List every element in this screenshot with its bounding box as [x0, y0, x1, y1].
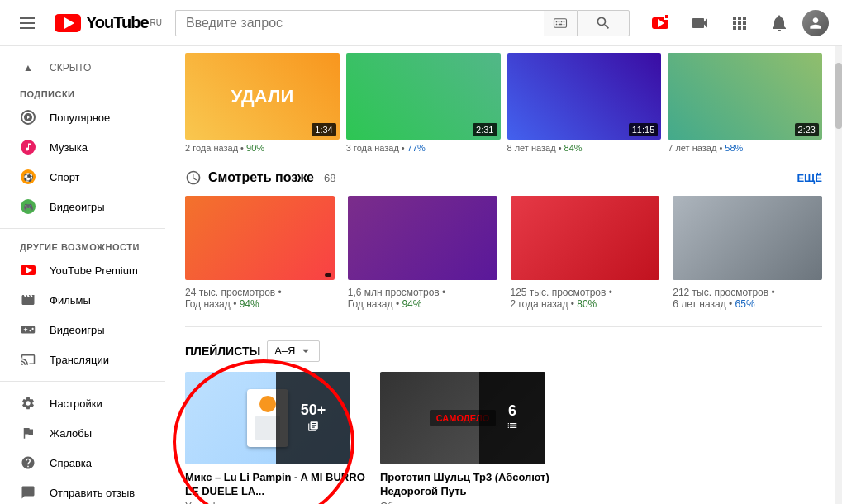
svg-rect-1	[556, 21, 558, 22]
playlist-card-2[interactable]: САМОДЕЛО 6 Прототип Шульц Тр3 (Абсолют) …	[380, 372, 562, 504]
notifications-icon[interactable]	[763, 7, 796, 40]
watch-later-thumb-3	[511, 196, 660, 280]
video-duration-2: 2:31	[473, 123, 497, 136]
sidebar-item-live[interactable]: Трансляции	[0, 345, 165, 374]
video-meta-top-3: 8 лет назад • 84%	[507, 143, 662, 153]
gamepad-icon	[20, 321, 36, 338]
sidebar-item-videogames[interactable]: Видеоигры	[0, 315, 165, 345]
playlist-card-1[interactable]: 50+ Микс – Lu Li Pampin - A MI BURRO LE …	[185, 372, 367, 504]
watch-later-grid: 24 тыс. просмотров • Год назад • 94% 1,6…	[185, 196, 822, 310]
svg-rect-4	[564, 21, 565, 22]
logo-ru: RU	[150, 18, 162, 27]
flag-icon	[20, 425, 36, 441]
watch-later-meta-4: 212 тыс. просмотров • 6 лет назад • 65%	[673, 287, 822, 310]
sidebar-item-settings[interactable]: Настройки	[0, 388, 165, 418]
chevron-up-icon: ▲	[20, 59, 36, 76]
logo-text: YouTube	[86, 13, 149, 32]
watch-later-meta-2: 1,6 млн просмотров • Год назад • 94%	[348, 287, 497, 310]
sidebar-item-music[interactable]: Музыка	[0, 132, 165, 162]
header-left: YouTubeRU	[13, 11, 162, 36]
chevron-down-icon	[299, 345, 312, 358]
watch-later-card-1[interactable]: 24 тыс. просмотров • Год назад • 94%	[185, 196, 335, 310]
video-card-top-2[interactable]: 2:31 3 года назад • 77%	[346, 53, 501, 153]
top-video-row: 1:34 УДАЛИ 2 года назад • 90% 2:31 3 год…	[185, 53, 822, 153]
playlist-thumb-1: 50+	[185, 372, 350, 464]
video-card-top-1[interactable]: 1:34 УДАЛИ 2 года назад • 90%	[185, 53, 340, 153]
sidebar-item-films[interactable]: Фильмы	[0, 285, 165, 315]
video-card-top-4[interactable]: 2:23 7 лет назад • 58%	[668, 53, 822, 153]
avatar[interactable]	[802, 10, 829, 36]
scrollbar-track	[835, 46, 842, 504]
video-card-top-3[interactable]: 11:15 8 лет назад • 84%	[507, 53, 662, 153]
video-thumb-top-4: 2:23	[668, 53, 822, 140]
clock-icon	[185, 169, 202, 186]
video-thumb-top-1: 1:34 УДАЛИ	[185, 53, 340, 140]
video-meta-top-2: 3 года назад • 77%	[346, 143, 501, 153]
search-bar	[175, 10, 630, 36]
video-duration-4: 2:23	[795, 123, 819, 136]
sidebar-item-feedback[interactable]: Отправить отзыв	[0, 478, 165, 504]
watch-later-more[interactable]: ЕЩЁ	[797, 172, 822, 184]
playlist-count-overlay-1: 50+	[276, 372, 350, 464]
svg-rect-3	[561, 21, 563, 22]
settings-icon	[20, 395, 36, 411]
apps-icon[interactable]	[723, 7, 756, 40]
sidebar-item-hidden[interactable]: ▲ СКРЫТО	[0, 53, 165, 83]
playlist-icon	[307, 421, 319, 432]
video-duration-1: 1:34	[312, 123, 335, 136]
feedback-icon	[20, 484, 36, 501]
watch-later-info-4: 212 тыс. просмотров • 6 лет назад • 65%	[673, 280, 822, 310]
watch-later-card-3[interactable]: 125 тыс. просмотров • 2 года назад • 80%	[511, 196, 660, 310]
svg-rect-2	[559, 21, 560, 22]
playlist-cards-row: 50+ Микс – Lu Li Pampin - A MI BURRO LE …	[185, 372, 822, 504]
sidebar-divider-2	[0, 381, 165, 382]
sport-icon: ⚽	[20, 169, 36, 185]
playlist-filter: ПЛЕЙЛИСТЫ А–Я	[185, 340, 822, 362]
playlists-label: ПЛЕЙЛИСТЫ	[185, 345, 260, 358]
video-thumb-top-2: 2:31	[346, 53, 501, 140]
svg-rect-5	[556, 23, 558, 25]
playlist-channel-1: YouTube	[185, 501, 367, 505]
sidebar-item-games[interactable]: 🎮 Видеоигры	[0, 192, 165, 221]
watch-later-info-1: 24 тыс. просмотров • Год назад • 94%	[185, 280, 335, 310]
playlist-updated: Обновлено сегодня	[380, 501, 562, 505]
sidebar: ▲ СКРЫТО ПОДПИСКИ Популярное Музыка ⚽ Сп…	[0, 46, 165, 504]
scrollbar-thumb[interactable]	[835, 63, 842, 129]
watch-later-title: Смотреть позже 68	[185, 169, 335, 186]
premium-icon	[20, 262, 36, 278]
playlists-section: ПЛЕЙЛИСТЫ А–Я	[185, 326, 822, 504]
subscriptions-title: ПОДПИСКИ	[0, 83, 165, 102]
cast-icon	[20, 351, 36, 368]
playlist-thumb-2: САМОДЕЛО 6	[380, 372, 545, 464]
list-icon	[507, 420, 518, 431]
video-duration-3: 11:15	[629, 123, 659, 136]
video-camera-icon[interactable]	[683, 7, 716, 40]
games-icon: 🎮	[20, 198, 36, 215]
playlist-title-2: Прототип Шульц Тр3 (Абсолют) Недорогой П…	[380, 471, 562, 499]
logo[interactable]: YouTubeRU	[55, 13, 162, 32]
keyboard-icon[interactable]	[544, 10, 577, 36]
header-right	[644, 7, 829, 40]
watch-later-thumb-4	[673, 196, 822, 280]
sidebar-item-complaints[interactable]: Жалобы	[0, 418, 165, 448]
watch-later-card-2[interactable]: 1,6 млн просмотров • Год назад • 94%	[348, 196, 497, 310]
youtube-icon	[55, 14, 81, 32]
sidebar-item-help[interactable]: Справка	[0, 448, 165, 478]
watch-later-thumb-1	[185, 196, 335, 280]
playlist-count-overlay-2: 6	[479, 372, 545, 464]
search-input[interactable]	[175, 10, 544, 36]
sidebar-item-premium[interactable]: YouTube Premium	[0, 255, 165, 285]
sidebar-item-popular[interactable]: Популярное	[0, 102, 165, 132]
watch-later-duration-1	[325, 273, 331, 277]
live-button[interactable]	[644, 7, 677, 40]
watch-later-card-4[interactable]: 212 тыс. просмотров • 6 лет назад • 65%	[673, 196, 822, 310]
search-button[interactable]	[577, 10, 630, 36]
svg-rect-6	[559, 23, 563, 25]
sidebar-item-sport[interactable]: ⚽ Спорт	[0, 162, 165, 192]
watch-later-meta-3: 125 тыс. просмотров • 2 года назад • 80%	[511, 287, 660, 310]
film-icon	[20, 292, 36, 308]
menu-button[interactable]	[13, 11, 41, 36]
playlist-sort[interactable]: А–Я	[267, 340, 319, 362]
watch-later-info-2: 1,6 млн просмотров • Год назад • 94%	[348, 280, 497, 310]
playlist-info-2: Прототип Шульц Тр3 (Абсолют) Недорогой П…	[380, 471, 562, 504]
